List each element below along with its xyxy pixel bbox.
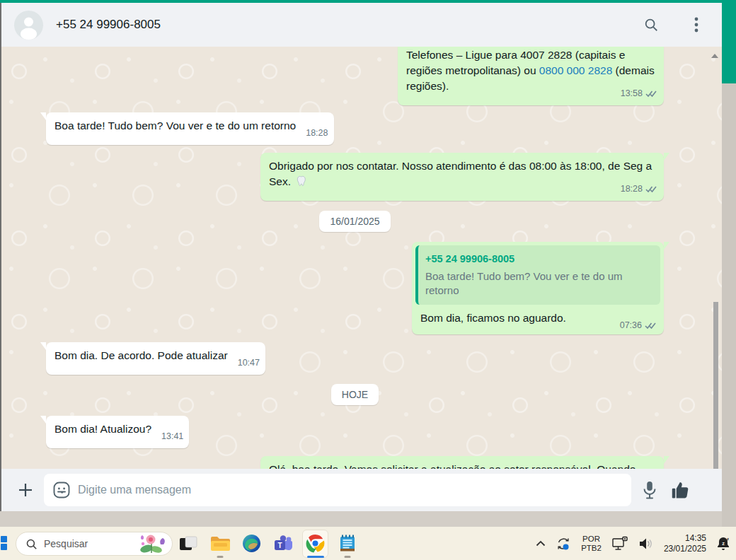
bubble-tail [664,242,669,250]
svg-text:z: z [727,537,729,541]
tooth-emoji [295,175,306,187]
svg-text:T: T [277,542,282,549]
svg-text:z: z [722,539,725,546]
quoted-message[interactable]: +55 24 99906-8005 Boa tarde! Tudo bem? V… [415,245,660,305]
volume-icon[interactable] [638,537,654,551]
taskbar-icon-teams[interactable]: T [268,527,299,560]
taskbar-icon-notepad[interactable] [331,527,363,560]
phone-link[interactable]: 0800 000 2828 [539,64,612,76]
message-input[interactable] [78,484,621,496]
running-indicator [344,556,350,558]
language-line2: PTB2 [581,544,602,553]
taskbar-search[interactable]: Pesquisar [16,532,173,556]
message-text: Bom dia. De acordo. Pode atualizar [54,349,228,361]
message-incoming: Bom dia! Atualizou? 13:41 [46,416,664,448]
message-outgoing: +55 24 99906-8005 Boa tarde! Tudo bem? V… [46,242,664,334]
message-outgoing: Olá, boa tarde. Vamos solicitar a atuali… [46,456,664,469]
background-window-green-edge-right [722,0,736,83]
chat-scrollbar-up-arrow[interactable] [711,54,718,58]
message-bubble: +55 24 99906-8005 Boa tarde! Tudo bem? V… [412,242,664,334]
search-icon [25,538,38,550]
message-text: Boa tarde! Tudo bem? Vou ver e te do um … [54,119,296,132]
bubble-tail [664,153,669,161]
double-check-icon [645,185,658,193]
whatsapp-window: +55 24 99906-8005 Telefones – Ligue para… [0,3,722,511]
kebab-menu-icon[interactable] [686,15,706,35]
chat-title[interactable]: +55 24 99906-8005 [56,18,161,32]
message-incoming: Bom dia. De acordo. Pode atualizar 10:47 [46,342,664,375]
avatar[interactable] [14,11,43,40]
bubble-tail [40,112,46,120]
date-divider-row: 16/01/2025 [46,211,664,232]
search-placeholder: Pesquisar [44,538,137,549]
message-text: Bom dia! Atualizou? [54,423,151,435]
taskbar-icon-chrome[interactable] [299,527,331,560]
date-divider: 16/01/2025 [319,211,390,232]
background-scrollbar-track[interactable] [722,83,736,527]
message-bubble: Obrigado por nos contatar. Nosso atendim… [260,153,664,201]
message-text: Olá, boa tarde. Vamos solicitar a atuali… [269,463,636,469]
double-check-icon [645,322,657,329]
message-time: 10:47 [238,355,260,371]
system-tray: POR PTB2 14:35 23/01/2025 z z [536,527,730,560]
chat-scrollbar-thumb[interactable] [713,302,718,469]
message-bubble: Bom dia. De acordo. Pode atualizar 10:47 [46,342,265,375]
message-bubble: Bom dia! Atualizou? 13:41 [46,416,189,448]
tray-date: 23/01/2025 [664,544,706,554]
tray-time: 14:35 [664,533,706,544]
message-time: 13:58 [621,86,643,101]
plus-attach-icon[interactable] [16,480,35,500]
clock-date[interactable]: 14:35 23/01/2025 [664,533,706,554]
safely-remove-hardware-icon[interactable] [611,536,628,552]
quoted-text: Boa tarde! Tudo bem? Vou ver e te do um … [425,269,652,298]
message-text: Obrigado por nos contatar. Nosso atendim… [269,160,652,187]
date-divider-today: HOJE [331,384,379,405]
message-input-container[interactable] [44,474,631,506]
bubble-tail [40,416,46,424]
focus-assist-bell-icon[interactable]: z z [716,536,730,552]
background-window-green-edge [0,0,736,3]
message-time: 18:28 [621,181,643,197]
search-highlight-flowers-icon[interactable] [137,533,168,554]
windows-start-icon[interactable] [0,536,7,550]
windows-update-icon[interactable] [556,536,571,552]
message-outgoing: Obrigado por nos contatar. Nosso atendim… [46,153,664,201]
emoji-sticker-icon[interactable] [52,481,71,499]
running-indicator [217,556,223,558]
hidden-icons-chevron[interactable] [536,540,546,547]
search-icon[interactable] [641,15,661,35]
double-check-icon [645,90,658,98]
active-running-indicator [307,556,324,558]
message-composer [1,469,722,511]
message-outgoing: Telefones – Ligue para 4007 2828 (capita… [46,47,664,105]
taskbar-icon-task-view[interactable] [172,527,204,560]
taskbar-app-icons: T [172,527,363,560]
bubble-tail [664,456,669,464]
quoted-sender: +55 24 99906-8005 [425,251,652,267]
message-time: 07:36 [620,317,642,333]
bubble-tail [40,342,46,350]
message-text: Bom dia, ficamos no aguardo. [420,312,566,324]
thumbs-up-icon[interactable] [668,480,694,500]
person-icon [14,11,43,40]
chat-header: +55 24 99906-8005 [1,3,722,47]
taskbar-icon-edge[interactable] [236,527,268,560]
message-time: 13:41 [161,428,183,444]
chat-message-area: Telefones – Ligue para 4007 2828 (capita… [1,47,722,469]
date-divider-row: HOJE [46,384,664,405]
message-incoming: Boa tarde! Tudo bem? Vou ver e te do um … [46,112,664,145]
message-bubble: Olá, boa tarde. Vamos solicitar a atuali… [260,456,664,469]
language-line1: POR [581,535,602,544]
mic-icon[interactable] [640,480,660,500]
taskbar-icon-file-explorer[interactable] [204,527,236,560]
language-indicator[interactable]: POR PTB2 [581,535,602,553]
message-bubble: Telefones – Ligue para 4007 2828 (capita… [398,47,664,105]
desktop-gap [0,511,722,527]
message-time: 18:28 [306,125,328,141]
message-bubble: Boa tarde! Tudo bem? Vou ver e te do um … [46,112,334,145]
